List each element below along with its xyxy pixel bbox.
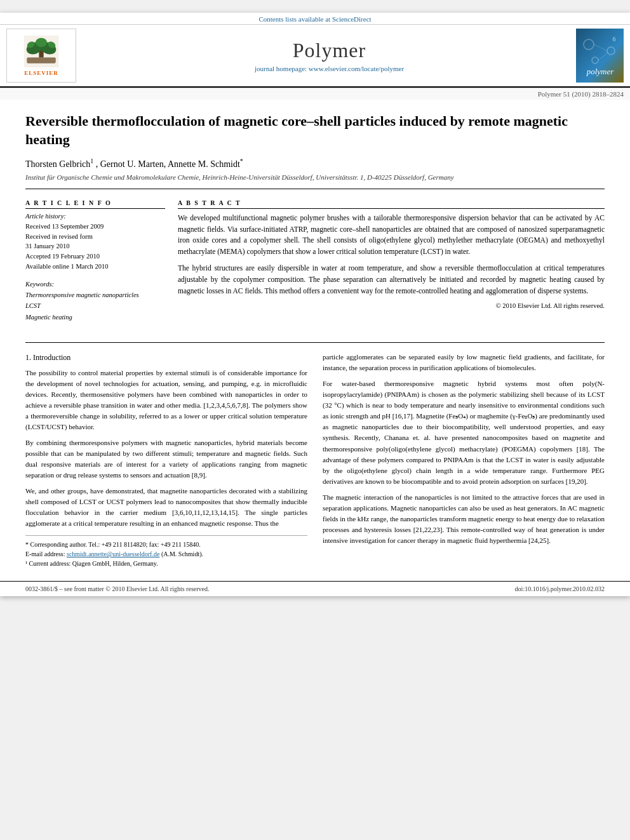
email-name: (A.M. Schmidt). bbox=[161, 550, 203, 557]
accepted-date: Accepted 19 February 2010 bbox=[25, 251, 165, 262]
issn-info: 0032-3861/$ – see front matter © 2010 El… bbox=[25, 585, 209, 592]
article-info-label: A R T I C L E I N F O bbox=[25, 199, 165, 209]
abstract-p2: The hybrid structures are easily dispers… bbox=[178, 263, 605, 297]
body-right-p3: The magnetic interaction of the nanopart… bbox=[323, 492, 605, 546]
body-right-p2: For water-based thermoresponsive magneti… bbox=[323, 378, 605, 486]
article-title: Reversible thermoflocculation of magneti… bbox=[25, 112, 605, 149]
footnotes: * Corresponding author. Tel.: +49 211 81… bbox=[25, 535, 307, 568]
keywords-section: Keywords: Thermoresponsive magnetic nano… bbox=[25, 281, 165, 324]
main-content: Reversible thermoflocculation of magneti… bbox=[0, 100, 630, 581]
doi-info: doi:10.1016/j.polymer.2010.02.032 bbox=[515, 585, 605, 592]
top-bar: Contents lists available at ScienceDirec… bbox=[0, 13, 630, 25]
email-label: E-mail address: bbox=[25, 550, 65, 557]
author-asterisk: * bbox=[240, 157, 243, 164]
keyword3: Magnetic heating bbox=[25, 312, 165, 323]
body-right-p3-text: The magnetic interaction of the nanopart… bbox=[323, 493, 605, 544]
abstract-text: We developed multifunctional magnetic po… bbox=[178, 213, 605, 297]
body-left-p3: We, and other groups, have demonstrated,… bbox=[25, 486, 307, 529]
revised-date: 31 January 2010 bbox=[25, 241, 165, 251]
body-right-p1: particle agglomerates can be separated e… bbox=[323, 352, 605, 373]
body-left-p2: By combining thermoresponsive polymers w… bbox=[25, 437, 307, 481]
author1-sup: 1 bbox=[90, 157, 93, 164]
bottom-bar: 0032-3861/$ – see front matter © 2010 El… bbox=[0, 581, 630, 596]
article-ref-bar: Polymer 51 (2010) 2818–2824 bbox=[0, 88, 630, 100]
journal-header: Contents lists available at ScienceDirec… bbox=[0, 13, 630, 88]
section-divider bbox=[25, 342, 605, 343]
keyword1: Thermoresponsive magnetic nanoparticles bbox=[25, 290, 165, 301]
keyword2: LCST bbox=[25, 300, 165, 312]
polymer-badge-graphic: polymer 6 bbox=[576, 29, 624, 83]
email-link[interactable]: schmidt.annette@uni-duesseldorf.de bbox=[67, 550, 159, 557]
body-left-p1: The possibility to control material prop… bbox=[25, 368, 307, 432]
section1-heading: 1. Introduction bbox=[25, 352, 307, 364]
author2-name: , Gernot U. Marten, Annette M. Schmidt bbox=[96, 159, 240, 169]
authors: Thorsten Gelbrich1 , Gernot U. Marten, A… bbox=[25, 157, 605, 170]
keywords-label: Keywords: bbox=[25, 281, 165, 288]
svg-point-5 bbox=[36, 37, 47, 47]
body-right-column: particle agglomerates can be separated e… bbox=[323, 352, 605, 568]
elsevier-text: ELSEVIER bbox=[24, 70, 58, 76]
article-info-column: A R T I C L E I N F O Article history: R… bbox=[25, 199, 165, 332]
body-content: 1. Introduction The possibility to contr… bbox=[25, 352, 605, 568]
received-date: Received 13 September 2009 bbox=[25, 222, 165, 232]
history-label: Article history: bbox=[25, 213, 165, 220]
revised-label: Received in revised form bbox=[25, 232, 165, 242]
article-ref: Polymer 51 (2010) 2818–2824 bbox=[538, 90, 624, 98]
abstract-p1: We developed multifunctional magnetic po… bbox=[178, 213, 605, 258]
journal-center: Polymer journal homepage: www.elsevier.c… bbox=[83, 29, 576, 83]
affiliation: Institut für Organische Chemie und Makro… bbox=[25, 173, 605, 189]
svg-rect-1 bbox=[27, 57, 55, 63]
footnote-corresponding: * Corresponding author. Tel.: +49 211 81… bbox=[25, 540, 307, 549]
journal-name: Polymer bbox=[293, 39, 366, 62]
elsevier-tree-icon bbox=[22, 36, 60, 67]
footnote-address: ¹ Current address: Qiagen GmbH, Hilden, … bbox=[25, 559, 307, 568]
abstract-column: A B S T R A C T We developed multifuncti… bbox=[178, 199, 605, 332]
section1-title-text: Introduction bbox=[33, 353, 70, 362]
body-left-column: 1. Introduction The possibility to contr… bbox=[25, 352, 307, 568]
header-main: ELSEVIER Polymer journal homepage: www.e… bbox=[0, 25, 630, 86]
available-date: Available online 1 March 2010 bbox=[25, 262, 165, 272]
homepage-url[interactable]: www.elsevier.com/locate/polymer bbox=[309, 65, 404, 72]
journal-homepage: journal homepage: www.elsevier.com/locat… bbox=[255, 65, 404, 72]
sciencedirect-link[interactable]: Contents lists available at ScienceDirec… bbox=[258, 15, 371, 23]
footnote-email: E-mail address: schmidt.annette@uni-dues… bbox=[25, 549, 307, 559]
section1-number: 1. bbox=[25, 353, 31, 362]
abstract-label: A B S T R A C T bbox=[178, 199, 605, 209]
page: Contents lists available at ScienceDirec… bbox=[0, 13, 630, 596]
author1-name: Thorsten Gelbrich bbox=[25, 159, 90, 169]
polymer-logo-right: polymer 6 bbox=[576, 29, 624, 83]
article-history-section: A R T I C L E I N F O Article history: R… bbox=[25, 199, 165, 272]
article-meta-section: A R T I C L E I N F O Article history: R… bbox=[25, 199, 605, 332]
homepage-label: journal homepage: bbox=[255, 65, 307, 72]
svg-text:polymer: polymer bbox=[586, 67, 615, 76]
copyright-line: © 2010 Elsevier Ltd. All rights reserved… bbox=[178, 302, 605, 309]
elsevier-logo: ELSEVIER bbox=[6, 29, 76, 83]
svg-text:6: 6 bbox=[613, 36, 616, 43]
